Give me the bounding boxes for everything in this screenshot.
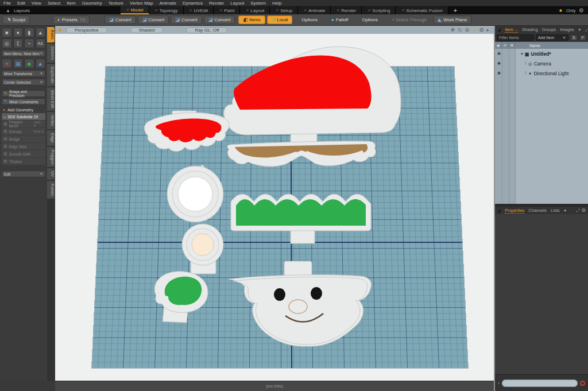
local-action-center-button[interactable]: ⊕Local bbox=[267, 16, 293, 24]
convert-button-2[interactable]: ◪Convert bbox=[138, 16, 169, 24]
lock-column-icon[interactable]: ✛ bbox=[502, 42, 509, 49]
add-panel-tab-button[interactable]: + bbox=[563, 208, 566, 214]
text-tool-button[interactable]: A& bbox=[36, 38, 46, 48]
tool-edge-slice[interactable]: ▦Edge Slice bbox=[2, 143, 45, 150]
pan-icon[interactable]: ✥ bbox=[451, 27, 455, 33]
edit-dropdown[interactable]: Edit▼ bbox=[2, 171, 45, 177]
sculpt-button[interactable]: ✎Sculpt bbox=[2, 16, 30, 24]
side-tab-mesh-edit[interactable]: Mesh Edit bbox=[47, 87, 55, 111]
panel-corner-icon[interactable]: ◢ bbox=[497, 208, 501, 213]
tab-channels[interactable]: Channels bbox=[528, 208, 547, 213]
add-layout-tab-button[interactable]: + bbox=[448, 6, 462, 14]
tab-groups[interactable]: Groups bbox=[542, 27, 556, 32]
side-tab-fusion[interactable]: Fusion bbox=[47, 181, 55, 199]
primitive-sphere-button[interactable]: ● bbox=[13, 28, 24, 37]
item-menu-dropdown[interactable]: Item Menu: New Item▼ bbox=[2, 50, 45, 57]
convert-button-3[interactable]: ◪Convert bbox=[171, 16, 202, 24]
menu-geometry[interactable]: Geometry bbox=[82, 0, 102, 6]
viewport-expand-icon[interactable]: ▸ bbox=[486, 27, 489, 33]
viewport-camera-tab[interactable]: Perspective bbox=[66, 27, 107, 33]
mesh-paint-button[interactable]: ◆ bbox=[24, 59, 34, 68]
layout-tab-schematic-fusion[interactable]: ∗Schematic Fusion bbox=[396, 6, 448, 14]
pop-out-icon[interactable]: ⤢ bbox=[576, 208, 579, 214]
pop-out-icon[interactable]: ⤢ bbox=[585, 27, 588, 33]
item-row-directional-light[interactable]: └ ✦ Directional Light bbox=[516, 69, 588, 78]
add-item-dropdown[interactable]: Add Item▼ bbox=[536, 34, 568, 41]
menu-vertex-map[interactable]: Vertex Map bbox=[130, 0, 153, 6]
tool-extrude[interactable]: ▦ExtrudeShift-X bbox=[2, 128, 45, 135]
expand-caret-icon[interactable]: ▼ bbox=[520, 52, 524, 56]
visibility-column-icon[interactable]: ◉ bbox=[495, 42, 502, 49]
transform-tool-button[interactable]: ● bbox=[2, 59, 12, 68]
menu-view[interactable]: View bbox=[32, 0, 41, 6]
more-transforms-dropdown[interactable]: More Transforms▼ bbox=[2, 70, 45, 77]
name-column-header[interactable]: Name bbox=[516, 44, 540, 48]
menu-render[interactable]: Render bbox=[209, 0, 224, 6]
tool-polygon-bevel[interactable]: ▦Polygon BevelShift-B bbox=[2, 121, 45, 127]
menu-select[interactable]: Select bbox=[48, 0, 60, 6]
macro-record-icon[interactable] bbox=[580, 381, 585, 386]
layout-tab-layout[interactable]: ∗Layout bbox=[240, 6, 270, 14]
layoutbar-gear-icon[interactable]: ❂ bbox=[579, 7, 583, 13]
layout-tab-paint[interactable]: ∗Paint bbox=[214, 6, 240, 14]
menu-file[interactable]: File bbox=[3, 0, 11, 6]
menu-animate[interactable]: Animate bbox=[160, 0, 176, 6]
menu-item[interactable]: Item bbox=[67, 0, 76, 6]
solo-button[interactable]: S bbox=[570, 34, 578, 41]
layout-tab-setup[interactable]: ∗Setup bbox=[270, 6, 298, 14]
panel-corner-icon[interactable]: ◢ bbox=[497, 27, 501, 32]
menu-texture[interactable]: Texture bbox=[109, 0, 123, 6]
tab-item-list[interactable]: Item ... bbox=[505, 27, 518, 33]
center-selected-dropdown[interactable]: Center Selected▼ bbox=[2, 79, 45, 86]
convert-button-4[interactable]: ◪Convert bbox=[204, 16, 235, 24]
viewport-raygl-tab[interactable]: Ray GL: Off bbox=[186, 27, 227, 33]
side-tab-deform[interactable]: Deform bbox=[47, 44, 55, 63]
render-column-icon[interactable]: ❖ bbox=[509, 42, 516, 49]
layout-tab-render[interactable]: ∗Render bbox=[331, 6, 362, 14]
primitive-cube-button[interactable]: ■ bbox=[2, 28, 12, 37]
tab-lists[interactable]: Lists bbox=[551, 208, 559, 213]
uv-project-button[interactable]: ▦ bbox=[13, 59, 24, 68]
layouts-label[interactable]: Layouts bbox=[14, 8, 30, 13]
side-tab-vertex[interactable]: Vertex bbox=[47, 112, 55, 129]
collar-tab[interactable] bbox=[291, 230, 315, 243]
tool-bridge[interactable]: ▦Bridge bbox=[2, 136, 45, 142]
edit-icon[interactable]: ✎ bbox=[472, 27, 477, 33]
menu-system[interactable]: System bbox=[250, 0, 266, 6]
side-tab-edge[interactable]: Edge bbox=[47, 130, 55, 145]
layouts-icon[interactable]: ▲ bbox=[6, 8, 10, 13]
items-mode-button[interactable]: ◧Items bbox=[238, 16, 265, 24]
filter-items-input[interactable]: Filter Items bbox=[497, 34, 534, 41]
primitive-cone-button[interactable]: ▲ bbox=[36, 28, 46, 37]
snaps-precision-button[interactable]: ✎Snaps and Precision bbox=[2, 90, 45, 97]
only-toggle[interactable]: Only bbox=[566, 8, 575, 13]
add-geometry-section[interactable]: ▼Add Geometry bbox=[2, 108, 45, 112]
tool-thicken[interactable]: ▦Thicken bbox=[2, 158, 45, 165]
mesh-constraints-button[interactable]: ✎Mesh Constraints bbox=[2, 98, 45, 105]
eye-icon[interactable]: ◉ bbox=[496, 71, 502, 75]
tool-smooth-shift[interactable]: ▦Smooth Shift bbox=[2, 150, 45, 157]
panel-gear-icon[interactable]: ❂ bbox=[582, 208, 586, 214]
layout-tab-model[interactable]: ∗Model bbox=[121, 6, 149, 14]
options-button-2[interactable]: Options bbox=[357, 16, 382, 24]
options-button-1[interactable]: Options bbox=[297, 16, 322, 24]
presets-button[interactable]: ◐PresetsF6 bbox=[53, 16, 90, 24]
falloff-cone-button[interactable]: ▲ bbox=[36, 59, 46, 68]
primitive-cylinder-button[interactable]: ▮ bbox=[24, 28, 34, 37]
select-through-button[interactable]: ▿Select Through bbox=[387, 16, 431, 24]
side-tab-polygon[interactable]: Polygon bbox=[47, 147, 55, 167]
eye-icon[interactable]: ◉ bbox=[496, 61, 502, 65]
falloff-button[interactable]: ●Falloff bbox=[327, 16, 353, 24]
filter-button[interactable]: F bbox=[579, 34, 586, 41]
3d-viewport[interactable]: Perspective Shaded Ray GL: Off ✥ ↻ ⊕ ✎ ❂… bbox=[55, 26, 494, 381]
favorite-star-icon[interactable]: ★ bbox=[559, 8, 563, 13]
curve-tool-button[interactable]: ~ bbox=[24, 38, 34, 48]
side-tab-basic[interactable]: Basic bbox=[47, 27, 55, 42]
work-plane-button[interactable]: ◣Work Plane bbox=[434, 16, 471, 24]
item-row-camera[interactable]: └ ◎ Camera bbox=[516, 59, 588, 68]
convert-button-1[interactable]: ◪Convert bbox=[105, 16, 136, 24]
primitive-capsule-button[interactable]: ξ bbox=[13, 38, 24, 48]
orbit-icon[interactable]: ↻ bbox=[458, 27, 462, 33]
menu-help[interactable]: Help bbox=[272, 0, 281, 6]
layout-tab-animate[interactable]: ∗Animate bbox=[298, 6, 331, 14]
